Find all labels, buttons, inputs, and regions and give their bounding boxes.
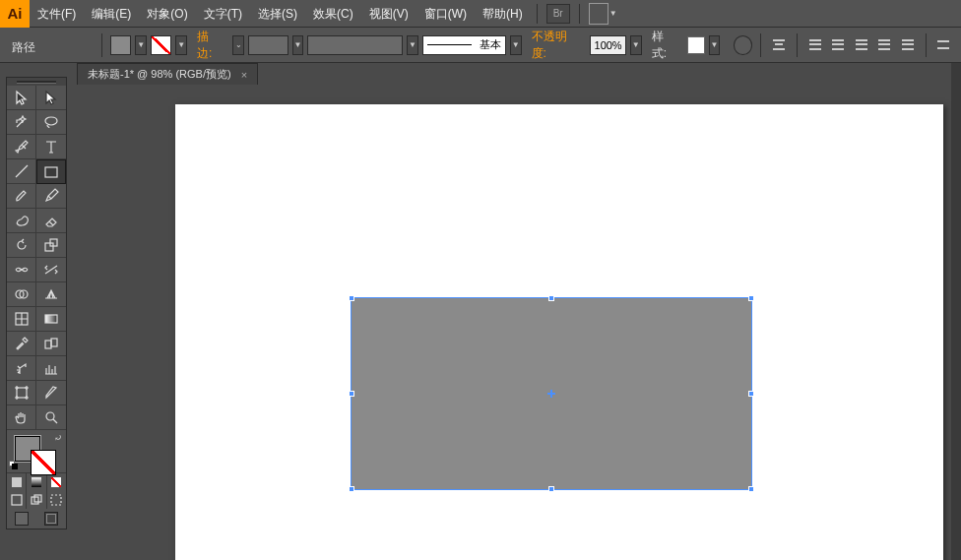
svg-point-10 <box>46 412 54 420</box>
color-mode-gradient[interactable] <box>27 473 46 491</box>
scale-tool[interactable] <box>36 233 66 258</box>
stroke-weight-dd[interactable]: ▼ <box>292 35 304 55</box>
lasso-tool[interactable] <box>36 110 66 135</box>
draw-normal-icon[interactable] <box>7 491 27 509</box>
svg-rect-0 <box>45 167 57 177</box>
color-mode-solid[interactable] <box>7 473 27 491</box>
stroke-weight-field[interactable] <box>248 35 288 55</box>
svg-rect-8 <box>51 339 57 346</box>
eyedropper-tool[interactable] <box>7 332 36 356</box>
align-4-icon[interactable] <box>874 35 894 55</box>
menu-object[interactable]: 对象(O) <box>139 0 195 28</box>
stroke-weight-down[interactable]: ⌄ <box>232 35 244 55</box>
swap-fill-stroke-icon[interactable]: ⤾ <box>54 432 62 443</box>
eraser-tool[interactable] <box>36 209 66 233</box>
artboard-tool[interactable] <box>7 381 36 405</box>
perspective-grid-tool[interactable] <box>36 282 66 307</box>
svg-rect-7 <box>45 341 51 348</box>
svg-rect-14 <box>51 495 61 505</box>
column-graph-tool[interactable] <box>36 356 66 381</box>
symbol-sprayer-tool[interactable] <box>7 356 36 381</box>
draw-inside-icon[interactable] <box>47 491 66 509</box>
menu-view[interactable]: 视图(V) <box>361 0 416 28</box>
separator <box>797 33 798 57</box>
gradient-tool[interactable] <box>36 307 66 332</box>
screen-mode-normal[interactable] <box>15 512 29 526</box>
default-fill-stroke-icon[interactable] <box>9 461 19 470</box>
menu-select[interactable]: 选择(S) <box>250 0 305 28</box>
paintbrush-tool[interactable] <box>7 184 36 209</box>
align-1-icon[interactable] <box>805 35 825 55</box>
shape-builder-tool[interactable] <box>7 282 36 307</box>
zoom-tool[interactable] <box>36 405 66 430</box>
menu-type[interactable]: 文字(T) <box>196 0 250 28</box>
fill-swatch[interactable] <box>110 35 131 55</box>
separator <box>537 4 538 24</box>
hand-tool[interactable] <box>7 405 36 430</box>
fill-stroke-control[interactable]: ⤾ <box>7 430 66 473</box>
screen-mode-full[interactable] <box>44 512 58 526</box>
menu-file[interactable]: 文件(F) <box>30 0 84 28</box>
opacity-field[interactable]: 100% <box>590 35 626 55</box>
align-left-icon[interactable] <box>769 35 789 55</box>
close-tab-icon[interactable]: × <box>241 69 247 81</box>
line-tool[interactable] <box>7 159 36 184</box>
app-logo: Ai <box>0 0 30 28</box>
rectangle-tool[interactable] <box>36 159 66 184</box>
free-transform-tool[interactable] <box>36 258 66 282</box>
document-tabs: 未标题-1* @ 98% (RGB/预览) × <box>77 63 258 85</box>
stroke-color-box[interactable] <box>31 450 56 475</box>
menu-effect[interactable]: 效果(C) <box>305 0 361 28</box>
canvas-area[interactable] <box>77 85 961 560</box>
pencil-tool[interactable] <box>36 184 66 209</box>
rotate-tool[interactable] <box>7 233 36 258</box>
document-tab-title: 未标题-1* @ 98% (RGB/预览) <box>88 67 231 82</box>
tools-grip[interactable] <box>7 78 66 86</box>
stroke-label: 描边: <box>191 29 228 62</box>
style-label: 样式: <box>646 29 683 62</box>
menu-help[interactable]: 帮助(H) <box>475 0 531 28</box>
opacity-dd[interactable]: ▼ <box>630 35 642 55</box>
menu-window[interactable]: 窗口(W) <box>416 0 475 28</box>
stroke-swatch[interactable] <box>151 35 171 55</box>
magic-wand-tool[interactable] <box>7 110 36 135</box>
menu-edit[interactable]: 编辑(E) <box>84 0 139 28</box>
tools-panel: ⤾ <box>6 77 67 529</box>
brush-dd[interactable]: ▼ <box>510 35 522 55</box>
type-tool[interactable] <box>36 135 66 159</box>
graphic-style-dd[interactable]: ▼ <box>709 35 721 55</box>
align-5-icon[interactable] <box>898 35 918 55</box>
slice-tool[interactable] <box>36 381 66 405</box>
rectangle-shape[interactable] <box>351 297 752 490</box>
graphic-style-swatch[interactable] <box>687 36 704 54</box>
draw-mode-row <box>7 491 66 509</box>
document-tab[interactable]: 未标题-1* @ 98% (RGB/预览) × <box>77 63 258 85</box>
options-bar: ▼ ▼ 描边: ⌄ ▼ ▼ 基本 ▼ 不透明度: 100% ▼ 样式: ▼ <box>0 28 961 63</box>
direct-selection-tool[interactable] <box>36 86 66 110</box>
bridge-icon[interactable]: Br <box>546 4 570 24</box>
width-tool[interactable] <box>7 258 36 282</box>
mesh-tool[interactable] <box>7 307 36 332</box>
variable-width-dd[interactable]: ▼ <box>407 35 418 55</box>
arrange-documents-button[interactable]: ▼ <box>589 3 618 25</box>
brush-definition[interactable]: 基本 <box>422 35 506 55</box>
separator <box>579 4 580 24</box>
blend-tool[interactable] <box>36 332 66 356</box>
color-mode-none[interactable] <box>47 473 66 491</box>
blob-brush-tool[interactable] <box>7 209 36 233</box>
selection-tool[interactable] <box>7 86 36 110</box>
pen-tool[interactable] <box>7 135 36 159</box>
svg-rect-6 <box>45 315 57 323</box>
align-2-icon[interactable] <box>828 35 848 55</box>
menu-bar: Ai 文件(F) 编辑(E) 对象(O) 文字(T) 选择(S) 效果(C) 视… <box>0 0 961 28</box>
align-3-icon[interactable] <box>852 35 871 55</box>
fill-dropdown[interactable]: ▼ <box>135 35 147 55</box>
transform-icon[interactable] <box>934 35 954 55</box>
svg-rect-11 <box>12 495 22 505</box>
recolor-artwork-icon[interactable] <box>734 35 752 55</box>
artboard[interactable] <box>175 104 943 560</box>
draw-behind-icon[interactable] <box>27 491 46 509</box>
right-panel-collapsed[interactable] <box>951 63 961 560</box>
stroke-dropdown[interactable]: ▼ <box>175 35 187 55</box>
variable-width-profile[interactable] <box>307 35 403 55</box>
